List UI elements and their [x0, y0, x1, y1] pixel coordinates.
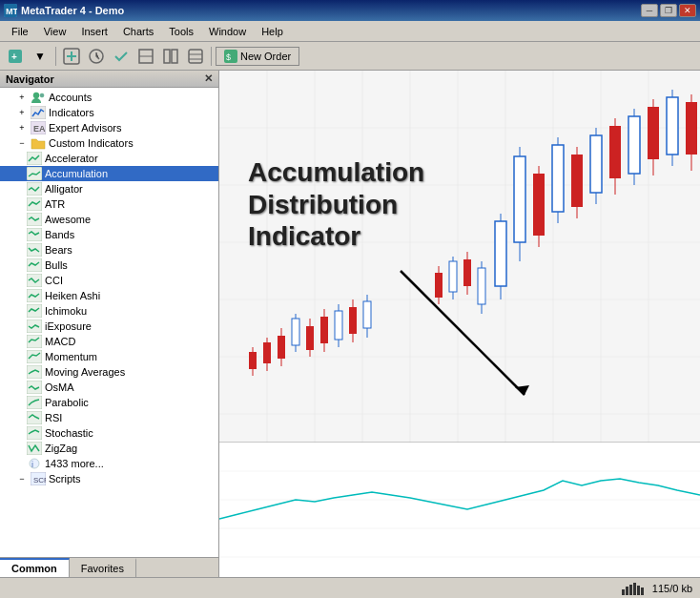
indicator-icon-osma: [27, 381, 42, 394]
item-label: Stochastic: [45, 427, 93, 439]
navigator-tabs: Common Favorites: [0, 557, 218, 577]
indicator-icon-cci: [27, 274, 42, 287]
nav-custom-indicators[interactable]: − Custom Indicators: [0, 135, 218, 151]
indicator-icon-bears: [27, 243, 42, 257]
nav-item-bands[interactable]: Bands: [0, 227, 218, 242]
tab-common[interactable]: Common: [0, 558, 70, 577]
nav-item-accumulation[interactable]: Accumulation: [0, 166, 218, 181]
nav-item-stochastic[interactable]: Stochastic: [0, 425, 218, 441]
svg-point-15: [33, 93, 39, 98]
svg-rect-119: [633, 583, 636, 595]
item-label-accumulation: Accumulation: [45, 168, 108, 179]
scripts-label: Scripts: [49, 473, 81, 485]
nav-item-macd[interactable]: MACD: [0, 334, 218, 349]
svg-rect-118: [629, 585, 632, 595]
tab-favorites[interactable]: Favorites: [70, 558, 136, 577]
svg-point-16: [40, 93, 44, 97]
nav-expert-advisors[interactable]: + EA Expert Advisors: [0, 120, 218, 135]
svg-rect-71: [320, 317, 328, 343]
nav-item-bulls[interactable]: Bulls: [0, 258, 218, 273]
svg-rect-69: [306, 326, 314, 350]
indicator-icon-atr: [27, 197, 42, 211]
navigator-close-button[interactable]: ✕: [204, 72, 213, 85]
toolbar-btn-5[interactable]: [159, 46, 182, 67]
expand-ea-icon: +: [15, 121, 29, 134]
nav-item-osma[interactable]: OsMA: [0, 380, 218, 395]
item-label: ZigZag: [45, 443, 77, 454]
menu-tools[interactable]: Tools: [161, 24, 201, 39]
menu-bar: File View Insert Charts Tools Window Hel…: [0, 21, 700, 42]
item-label: ATR: [45, 198, 65, 210]
accounts-icon: [31, 91, 46, 104]
nav-accounts[interactable]: + Accounts: [0, 90, 218, 105]
menu-help[interactable]: Help: [254, 24, 291, 39]
svg-rect-120: [637, 586, 640, 595]
new-order-button[interactable]: $ New Order: [216, 47, 299, 66]
item-label: Momentum: [45, 351, 97, 362]
toolbar-btn-6[interactable]: [184, 46, 207, 67]
menu-window[interactable]: Window: [201, 24, 254, 39]
item-label: Ichimoku: [45, 305, 87, 317]
svg-rect-33: [27, 350, 42, 363]
nav-item-awesome[interactable]: Awesome: [0, 212, 218, 227]
toolbar-btn-1[interactable]: [60, 46, 83, 67]
ea-icon: EA: [31, 121, 46, 134]
indicator-icon-accelerator: [27, 152, 42, 165]
toolbar-btn-4[interactable]: [134, 46, 157, 67]
navigator-header: Navigator ✕: [0, 71, 218, 88]
svg-rect-101: [628, 116, 640, 174]
indicators-label: Indicators: [49, 107, 94, 118]
expand-indicators-icon: +: [15, 106, 29, 119]
navigator-panel: Navigator ✕ + Accounts: [0, 71, 219, 577]
menu-charts[interactable]: Charts: [115, 24, 161, 39]
indicator-icon-momentum: [27, 350, 42, 363]
nav-indicators[interactable]: + Indicators: [0, 105, 218, 120]
nav-item-moving-averages[interactable]: Moving Averages: [0, 364, 218, 380]
nav-item-ichimoku[interactable]: Ichimoku: [0, 303, 218, 319]
nav-item-alligator[interactable]: Alligator: [0, 181, 218, 196]
minimize-button[interactable]: ─: [641, 4, 658, 17]
indicator-icon-alligator: [27, 182, 42, 196]
item-label: Bulls: [45, 259, 68, 271]
indicator-icon-heiken: [27, 289, 42, 302]
toolbar-btn-3[interactable]: [110, 46, 133, 67]
svg-rect-117: [626, 587, 628, 595]
nav-item-more[interactable]: i 1433 more...: [0, 456, 218, 471]
close-button[interactable]: ✕: [679, 4, 696, 17]
restore-button[interactable]: ❐: [660, 4, 677, 17]
indicator-icon-awesome: [27, 213, 42, 226]
nav-item-zigzag[interactable]: ZigZag: [0, 441, 218, 456]
svg-text:i: i: [31, 460, 33, 469]
toolbar-dropdown[interactable]: ▼: [29, 46, 51, 67]
svg-rect-79: [435, 273, 443, 298]
app-icon: MT: [4, 4, 17, 17]
menu-insert[interactable]: Insert: [73, 24, 115, 39]
nav-item-iexposure[interactable]: iExposure: [0, 319, 218, 334]
menu-view[interactable]: View: [36, 24, 74, 39]
nav-scripts[interactable]: − SCR Scripts: [0, 471, 218, 486]
toolbar-new[interactable]: +: [4, 46, 27, 67]
nav-item-atr[interactable]: ATR: [0, 196, 218, 212]
toolbar-btn-2[interactable]: [85, 46, 108, 67]
nav-item-accelerator[interactable]: Accelerator: [0, 151, 218, 166]
indicators-icon: [31, 106, 46, 119]
menu-file[interactable]: File: [4, 24, 36, 39]
svg-rect-9: [172, 50, 177, 63]
chart-svg: [219, 71, 700, 577]
indicator-icon-zigzag: [27, 442, 42, 455]
item-label: 1433 more...: [45, 458, 104, 469]
nav-item-cci[interactable]: CCI: [0, 273, 218, 288]
nav-item-bears[interactable]: Bears: [0, 242, 218, 258]
svg-rect-73: [335, 311, 342, 340]
nav-item-rsi[interactable]: RSI: [0, 410, 218, 425]
indicator-icon-parabolic: [27, 396, 42, 409]
navigator-content[interactable]: + Accounts +: [0, 88, 218, 557]
item-label: RSI: [45, 412, 62, 423]
nav-item-momentum[interactable]: Momentum: [0, 349, 218, 364]
nav-item-heiken-ashi[interactable]: Heiken Ashi: [0, 288, 218, 303]
item-label: Heiken Ashi: [45, 290, 100, 301]
chart-area: Accumulation Distribution Indicator: [219, 71, 700, 577]
indicator-icon-ichimoku: [27, 304, 42, 318]
nav-item-parabolic[interactable]: Parabolic: [0, 395, 218, 410]
svg-text:EA: EA: [33, 124, 46, 134]
